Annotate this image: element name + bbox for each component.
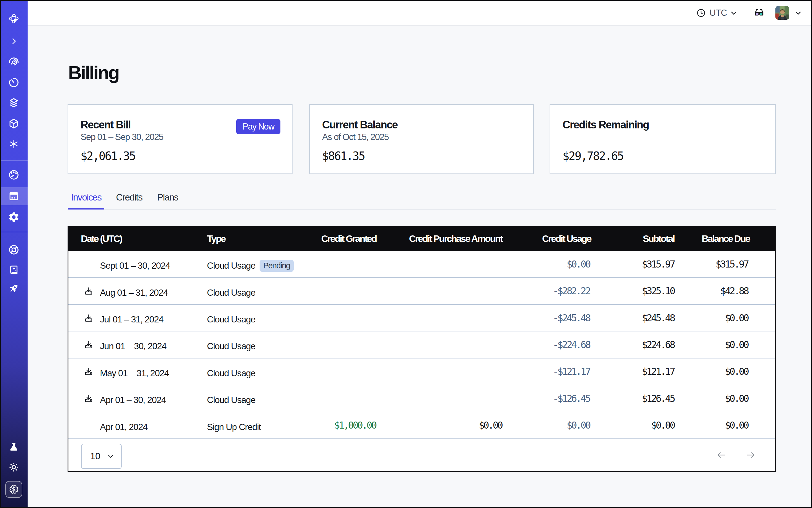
app-logo[interactable] bbox=[0, 9, 28, 28]
column-header-type: Type bbox=[194, 226, 319, 251]
invoice-date: Apr 01 – 30, 2024 bbox=[100, 395, 166, 405]
pay-now-button[interactable]: Pay Now bbox=[236, 119, 281, 134]
sidebar-item-runs[interactable] bbox=[0, 74, 28, 91]
dollar-seal-icon bbox=[8, 484, 19, 495]
invoice-date: Apr 01, 2024 bbox=[100, 422, 147, 432]
credit-granted-value: $1,000.00 bbox=[334, 420, 376, 431]
sidebar-item-observe[interactable] bbox=[0, 53, 28, 71]
card-amount: $29,782.65 bbox=[562, 151, 623, 162]
sidebar-item-theme[interactable] bbox=[0, 458, 28, 476]
asterisk-icon bbox=[8, 138, 20, 150]
sidebar-item-labs[interactable] bbox=[0, 437, 28, 456]
card-title: Recent Bill bbox=[81, 119, 131, 130]
cube-icon bbox=[8, 118, 20, 130]
astro-logo-icon bbox=[8, 13, 19, 24]
subtotal-value: $0.00 bbox=[651, 420, 674, 431]
balance-due-value: $0.00 bbox=[725, 420, 748, 431]
credit-usage-value: -$245.48 bbox=[553, 312, 590, 324]
sidebar-item-dags[interactable] bbox=[0, 94, 28, 112]
sidebar-expand-button[interactable] bbox=[0, 32, 28, 50]
table-row: Apr 01 – 30, 2024 Cloud Usage -$126.45 $… bbox=[69, 385, 775, 412]
table-row: Sept 01 – 30, 2024 Cloud UsagePending $0… bbox=[69, 251, 775, 278]
card-amount: $861.35 bbox=[322, 151, 365, 162]
table-row: May 01 – 31, 2024 Cloud Usage -$121.17 $… bbox=[69, 358, 775, 385]
book-sparkle-icon bbox=[8, 264, 20, 276]
tab-plans[interactable]: Plans bbox=[154, 192, 181, 210]
balance-due-value: $42.88 bbox=[720, 285, 748, 297]
invoice-date: Aug 01 – 31, 2024 bbox=[100, 288, 168, 298]
tab-credits[interactable]: Credits bbox=[113, 192, 145, 210]
glasses-icon bbox=[754, 7, 765, 18]
invoice-type: Cloud Usage bbox=[207, 288, 255, 298]
column-header-balance-due: Balance Due bbox=[688, 226, 775, 251]
subtotal-value: $224.68 bbox=[642, 339, 674, 350]
card-title: Current Balance bbox=[322, 119, 397, 130]
current-balance-card: Current Balance As of Oct 15, 2025 $861.… bbox=[309, 104, 534, 174]
sidebar-item-deployments[interactable] bbox=[0, 115, 28, 133]
page-size-value: 10 bbox=[90, 451, 100, 462]
invoice-date: Jun 01 – 30, 2024 bbox=[100, 341, 166, 351]
download-invoice-button[interactable] bbox=[84, 313, 93, 323]
card-amount: $2,061.35 bbox=[81, 151, 135, 162]
page-size-select[interactable]: 10 bbox=[81, 444, 122, 469]
layers-icon bbox=[8, 97, 20, 109]
topbar: UTC bbox=[28, 0, 812, 26]
rocket-icon bbox=[8, 283, 20, 294]
invoice-type: Cloud Usage bbox=[207, 395, 255, 405]
credit-usage-value: -$282.22 bbox=[553, 285, 590, 297]
sidebar-item-ai[interactable] bbox=[0, 135, 28, 153]
download-icon bbox=[84, 313, 93, 323]
download-invoice-button[interactable] bbox=[84, 286, 93, 296]
download-icon bbox=[84, 286, 93, 296]
download-invoice-button[interactable] bbox=[84, 367, 93, 376]
active-tab-underline bbox=[68, 208, 104, 210]
timezone-selector[interactable]: UTC bbox=[696, 0, 738, 26]
sun-icon bbox=[8, 461, 20, 473]
balance-due-value: $0.00 bbox=[725, 339, 748, 350]
sidebar-item-support[interactable] bbox=[0, 241, 28, 259]
invoice-type: Cloud Usage bbox=[207, 368, 255, 378]
sidebar-divider bbox=[0, 232, 28, 232]
user-menu-button[interactable] bbox=[794, 0, 803, 26]
table-row: Jul 01 – 31, 2024 Cloud Usage -$245.48 $… bbox=[69, 305, 775, 331]
table-pagination: 10 bbox=[69, 439, 775, 471]
balance-due-value: $0.00 bbox=[725, 393, 748, 404]
sidebar-item-getting-started[interactable] bbox=[0, 279, 28, 297]
column-header-credit-usage: Credit Usage bbox=[516, 226, 605, 251]
download-icon bbox=[84, 394, 93, 403]
card-title: Credits Remaining bbox=[562, 119, 649, 130]
download-icon bbox=[84, 367, 93, 376]
download-invoice-button[interactable] bbox=[84, 394, 93, 403]
sidebar-item-credits[interactable] bbox=[5, 481, 22, 498]
page-title: Billing bbox=[68, 63, 119, 82]
sidebar-item-billing[interactable] bbox=[0, 187, 28, 205]
sidebar-item-settings[interactable] bbox=[0, 208, 28, 226]
recent-bill-card: Recent Bill Sep 01 – Sep 30, 2025 $2,061… bbox=[68, 104, 293, 174]
previous-page-button[interactable] bbox=[717, 450, 726, 460]
avatar-photo bbox=[775, 6, 789, 20]
table-header-row: Date (UTC) Type Credit Granted Credit Pu… bbox=[69, 226, 775, 251]
subtotal-value: $121.17 bbox=[642, 366, 674, 377]
gauge-icon bbox=[8, 169, 20, 181]
chevron-right-icon bbox=[9, 36, 19, 46]
download-icon bbox=[84, 340, 93, 349]
credit-usage-value: $0.00 bbox=[567, 420, 590, 431]
invoice-type: Cloud Usage bbox=[207, 341, 255, 351]
table-row: Aug 01 – 31, 2024 Cloud Usage -$282.22 $… bbox=[69, 278, 775, 304]
download-invoice-button[interactable] bbox=[84, 340, 93, 349]
tab-invoices[interactable]: Invoices bbox=[68, 192, 104, 210]
subtotal-value: $126.45 bbox=[642, 393, 674, 404]
table-row: Jun 01 – 30, 2024 Cloud Usage -$224.68 $… bbox=[69, 331, 775, 358]
flask-icon bbox=[8, 441, 20, 453]
user-avatar[interactable] bbox=[775, 6, 789, 20]
invoice-type: Sign Up Credit bbox=[207, 422, 261, 432]
card-subtitle: As of Oct 15, 2025 bbox=[322, 132, 389, 141]
column-header-subtotal: Subtotal bbox=[605, 226, 688, 251]
balance-due-value: $315.97 bbox=[716, 258, 748, 270]
sidebar-item-docs[interactable] bbox=[0, 261, 28, 279]
next-page-button[interactable] bbox=[746, 450, 756, 460]
tabs-baseline bbox=[68, 209, 776, 210]
credit-usage-value: -$121.17 bbox=[553, 366, 590, 377]
sidebar-item-dashboard[interactable] bbox=[0, 166, 28, 184]
reading-mode-button[interactable] bbox=[754, 0, 765, 26]
